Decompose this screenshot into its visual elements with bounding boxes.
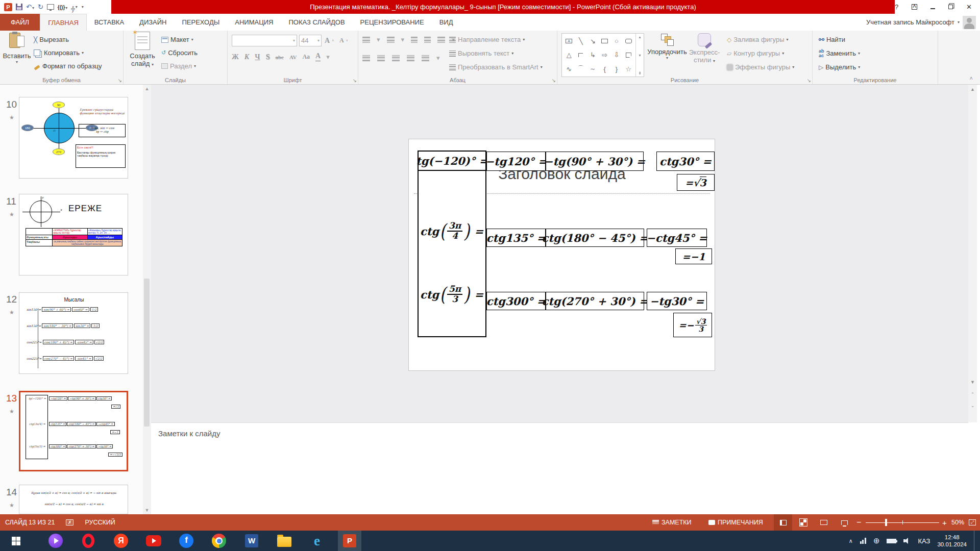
arrow-shape-icon[interactable]: ↘ (587, 34, 599, 48)
formula-result[interactable]: =−1 (675, 248, 712, 264)
tab-view[interactable]: ВИД (432, 14, 461, 31)
zoom-slider-thumb[interactable] (885, 519, 887, 526)
taskbar-explorer[interactable] (273, 531, 296, 551)
help-icon[interactable]: ? (895, 3, 898, 11)
tab-file[interactable]: ФАЙЛ (0, 14, 40, 31)
line-spacing-icon[interactable] (437, 37, 445, 43)
arrange-button[interactable]: Упорядочить▾ (648, 32, 686, 77)
taskbar-edge[interactable]: e (305, 531, 329, 551)
align-left-icon[interactable] (362, 55, 370, 61)
thumbnail-scrollbar[interactable]: ▲ ▼ (143, 85, 151, 514)
italic-button[interactable]: К (244, 53, 250, 61)
hidden-icons-chevron-icon[interactable]: ∧ (849, 538, 853, 544)
speaker-icon[interactable] (903, 538, 911, 544)
formula-cell[interactable]: ctg300° = (486, 292, 546, 310)
formula-cell[interactable]: ctg135° = (486, 229, 546, 247)
new-slide-button[interactable]: Создатьслайд ▾ (128, 32, 157, 77)
start-button[interactable] (4, 531, 28, 551)
star-shape-icon[interactable]: ☆ (623, 62, 634, 76)
formula-result[interactable]: =√3 (677, 174, 715, 191)
taskbar-opera[interactable] (77, 531, 100, 551)
notes-panel[interactable]: Заметки к слайду (151, 422, 968, 514)
font-size-combo[interactable]: 44▾ (299, 35, 322, 46)
show-desktop-strip[interactable] (974, 531, 976, 551)
tab-home[interactable]: ГЛАВНАЯ (40, 14, 87, 31)
start-slideshow-icon[interactable] (47, 4, 54, 10)
undo-button[interactable]: ↶▾ (26, 3, 34, 11)
formula-cell[interactable]: −ctg45° = (647, 229, 707, 247)
zoom-level[interactable]: 50% (951, 514, 964, 531)
minimize-icon[interactable] (930, 8, 935, 9)
language-indicator[interactable]: РУССКИЙ (85, 519, 115, 526)
increase-indent-icon[interactable] (424, 37, 431, 43)
quick-styles-button[interactable]: Экспресс-стили ▾ (686, 32, 723, 77)
oval-shape-icon[interactable]: ○ (610, 34, 622, 48)
change-case-button[interactable]: Aa (302, 53, 310, 61)
editor-scrollbar[interactable]: ▲ ▼ ⌃ ⌄ (968, 85, 977, 422)
elbow-arrow-shape-icon[interactable]: ↳ (587, 48, 599, 62)
tab-review[interactable]: РЕЦЕНЗИРОВАНИЕ (353, 14, 432, 31)
formula-cell[interactable]: −tg(90° + 30°) = (546, 152, 644, 171)
replace-button[interactable]: abacЗаменить▾ (819, 47, 860, 59)
layout-button[interactable]: Макет▾ (161, 34, 198, 45)
arc-shape-icon[interactable]: ⌒ (575, 62, 586, 76)
taskbar-yandex[interactable]: Я (109, 531, 133, 551)
snip-corner-shape-icon[interactable] (623, 48, 634, 62)
battery-icon[interactable] (887, 539, 896, 543)
next-slide-icon[interactable]: ⌄ (968, 403, 977, 408)
smartart-button[interactable]: Преобразовать в SmartArt▾ (449, 61, 543, 73)
numbering-icon[interactable] (387, 37, 395, 43)
strikethrough-button[interactable]: abc (275, 54, 284, 60)
formula-cell[interactable]: ctg(270° + 30°) = (546, 292, 644, 310)
shape-effects-button[interactable]: Эффекты фигуры▾ (727, 61, 794, 73)
taskbar-word[interactable]: W (240, 531, 263, 551)
redo-icon[interactable]: ↻ (38, 3, 43, 11)
taskbar-alice[interactable] (44, 531, 67, 551)
decrease-font-button[interactable]: A˅ (339, 35, 348, 46)
text-shadow-button[interactable]: S (266, 53, 270, 61)
zoom-in-button[interactable]: + (942, 514, 947, 531)
shapes-scroll-down-icon[interactable]: ▾ (639, 53, 641, 58)
slide-canvas[interactable]: Заголовок слайда tg(−120)° = −tg120° = −… (408, 139, 715, 371)
decrease-indent-icon[interactable] (411, 37, 418, 43)
shapes-gallery-scrollbar[interactable]: ▴ ▾ ⇟ (635, 34, 644, 77)
format-painter-button[interactable]: Формат по образцу (34, 60, 102, 72)
find-button[interactable]: ⚯Найти (819, 34, 860, 45)
taskbar-youtube[interactable] (142, 531, 165, 551)
notes-placeholder[interactable]: Заметки к слайду (158, 429, 220, 438)
taskbar-chrome[interactable] (207, 531, 231, 551)
shape-fill-button[interactable]: ◇Заливка фигуры▾ (727, 34, 794, 45)
save-icon[interactable] (16, 4, 22, 10)
shapes-gallery[interactable]: A ╲ ↘ ○ △ ↳ ⇨ ⇩ ∿ ⌒ ～ { } (561, 33, 644, 77)
clipboard-dialog-launcher-icon[interactable]: ↘ (118, 78, 122, 83)
align-text-button[interactable]: Выровнять текст▾ (449, 47, 543, 59)
character-spacing-button[interactable]: AV (289, 54, 297, 60)
spell-check-icon[interactable]: ✗ (66, 519, 74, 525)
fraction-qat-button[interactable]: xy▾ (71, 2, 78, 12)
curve-shape-icon[interactable]: ～ (587, 62, 599, 76)
formula-left-expression[interactable]: ctg( 3π4 ) = (420, 220, 483, 242)
right-arrow-shape-icon[interactable]: ⇨ (599, 48, 610, 62)
taskbar-powerpoint[interactable]: P (338, 531, 361, 551)
formula-result[interactable]: =− √33 (673, 313, 712, 337)
text-direction-button[interactable]: Направление текста▾ (449, 34, 543, 45)
line-shape-icon[interactable]: ╲ (575, 34, 586, 48)
paragraph-dialog-launcher-icon[interactable]: ↘ (552, 78, 556, 83)
formula-left-column-box[interactable] (418, 151, 486, 337)
close-icon[interactable]: ✕ (966, 3, 972, 11)
slide-sorter-view-button[interactable] (794, 514, 813, 531)
normal-view-button[interactable] (774, 514, 792, 531)
columns-icon[interactable] (422, 55, 429, 61)
underline-button[interactable]: Ч (255, 53, 260, 61)
align-center-icon[interactable] (377, 55, 385, 61)
right-brace-shape-icon[interactable]: } (610, 62, 622, 76)
increase-font-button[interactable]: A˄ (325, 35, 334, 46)
formula-cell[interactable]: −tg120° = (486, 152, 546, 171)
bold-button[interactable]: Ж (232, 53, 239, 61)
left-brace-shape-icon[interactable]: { (599, 62, 610, 76)
ribbon-display-icon[interactable]: ˄ (912, 4, 917, 10)
section-button[interactable]: Раздел▾ (161, 60, 198, 72)
account-area[interactable]: Учетная запись Майкрософт ▾ (866, 14, 976, 31)
font-name-combo[interactable]: ▾ (232, 35, 297, 46)
align-right-icon[interactable] (392, 55, 400, 61)
